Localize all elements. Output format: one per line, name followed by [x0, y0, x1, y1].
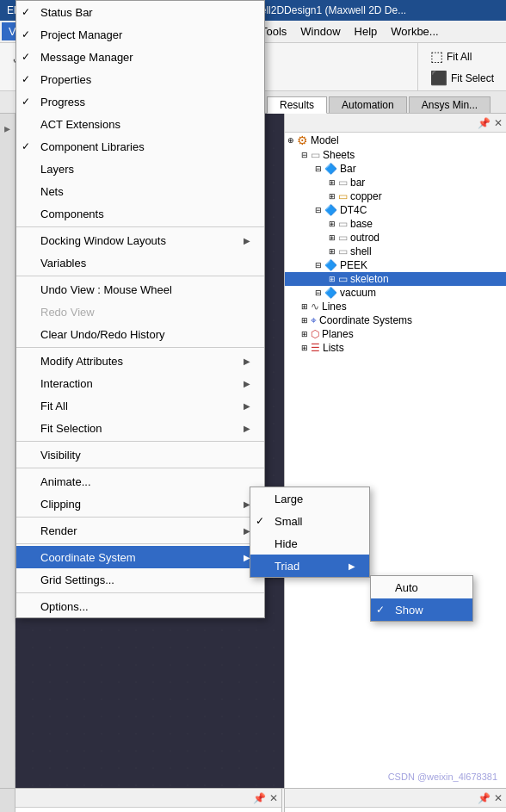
- tree-node-vacuum[interactable]: ⊟ 🔷 vacuum: [285, 286, 506, 300]
- tree-node-sheets[interactable]: ⊟ ▭ Sheets: [285, 148, 506, 162]
- tree-close-button[interactable]: ✕: [494, 117, 503, 129]
- tree-expand-bar[interactable]: ⊟: [312, 163, 324, 175]
- menu-item-properties[interactable]: ✓ Properties: [16, 68, 264, 90]
- menu-item-nets[interactable]: Nets: [16, 180, 264, 202]
- check-message-manager: ✓: [22, 51, 30, 63]
- tree-content: ⊕ ⚙ Model ⊟ ▭ Sheets ⊟ 🔷 Bar: [285, 133, 506, 788]
- tree-node-lines[interactable]: ⊞ ∿ Lines: [285, 300, 506, 313]
- tree-expand-outrod[interactable]: ⊞: [326, 232, 338, 244]
- menu-item-clear-undo[interactable]: Clear Undo/Redo History: [16, 323, 264, 345]
- tree-expand-lists[interactable]: ⊞: [299, 342, 311, 354]
- submenu-small[interactable]: ✓ Small: [250, 510, 369, 532]
- separator-3: [16, 347, 264, 348]
- fit-all-icon: ⬚: [430, 48, 443, 65]
- menu-item-project-manager[interactable]: ✓ Project Manager: [16, 23, 264, 46]
- menu-item-coordinate-system[interactable]: Coordinate System ▶: [16, 546, 264, 568]
- tree-expand-model[interactable]: ⊕: [285, 134, 297, 146]
- arrow-modify-attributes: ▶: [244, 356, 250, 366]
- tree-pin-button[interactable]: 📌: [478, 117, 491, 129]
- bottom-table-pin[interactable]: 📌: [478, 792, 491, 804]
- tree-icon-base: ▭: [338, 218, 348, 230]
- tree-icon-copper: ▭: [338, 190, 348, 202]
- menu-item-clipping[interactable]: Clipping ▶: [16, 493, 264, 515]
- menu-item-component-libraries[interactable]: ✓ Component Libraries: [16, 135, 264, 158]
- tree-node-bar-child[interactable]: ⊞ ▭ bar: [285, 176, 506, 189]
- menu-item-undo-view[interactable]: Undo View : Mouse Wheel: [16, 278, 264, 301]
- menu-item-message-manager[interactable]: ✓ Message Manager: [16, 46, 264, 68]
- tree-label-shell: shell: [350, 245, 372, 257]
- tree-node-dt4c[interactable]: ⊟ 🔷 DT4C: [285, 203, 506, 217]
- view-menu-dropdown: ✓ Status Bar ✓ Project Manager ✓ Message…: [15, 0, 265, 618]
- bottom-table-close[interactable]: ✕: [494, 792, 503, 804]
- tree-label-copper: copper: [350, 190, 382, 202]
- menu-item-render[interactable]: Render ▶: [16, 519, 264, 542]
- menu-item-variables[interactable]: Variables: [16, 251, 264, 274]
- tab-results[interactable]: Results: [267, 96, 327, 114]
- menu-workbe[interactable]: Workbe...: [384, 22, 445, 40]
- tree-node-peek[interactable]: ⊟ 🔷 PEEK: [285, 258, 506, 272]
- tree-expand-base[interactable]: ⊞: [326, 218, 338, 230]
- label-progress: Progress: [40, 96, 85, 108]
- fit-buttons-group: ⬚ Fit All ⬛ Fit Select: [417, 43, 506, 91]
- menu-item-interaction[interactable]: Interaction ▶: [16, 372, 264, 394]
- tree-expand-coordinate-systems[interactable]: ⊞: [299, 314, 311, 326]
- tree-expand-vacuum[interactable]: ⊟: [312, 287, 324, 299]
- menu-item-animate[interactable]: Animate...: [16, 470, 264, 493]
- menu-help[interactable]: Help: [348, 22, 385, 40]
- tree-node-skeleton[interactable]: ⊞ ▭ skeleton: [285, 272, 506, 286]
- label-hide: Hide: [275, 537, 298, 550]
- tree-node-lists[interactable]: ⊞ ☰ Lists: [285, 341, 506, 355]
- tree-node-copper[interactable]: ⊞ ▭ copper: [285, 189, 506, 203]
- label-small: Small: [275, 515, 303, 528]
- separator-1: [16, 226, 264, 227]
- label-animate: Animate...: [40, 475, 91, 488]
- tree-node-coordinate-systems[interactable]: ⊞ ⌖ Coordinate Systems: [285, 313, 506, 327]
- menu-item-fit-all[interactable]: Fit All ▶: [16, 394, 264, 417]
- submenu-hide[interactable]: Hide: [250, 532, 369, 555]
- tree-expand-copper[interactable]: ⊞: [326, 190, 338, 202]
- fit-select-button[interactable]: ⬛ Fit Select: [425, 68, 499, 88]
- tree-node-outrod[interactable]: ⊞ ▭ outrod: [285, 231, 506, 245]
- menu-item-progress[interactable]: ✓ Progress: [16, 90, 264, 113]
- submenu-large[interactable]: Large: [250, 487, 369, 510]
- menu-item-docking-window-layouts[interactable]: Docking Window Layouts ▶: [16, 229, 264, 251]
- submenu-auto[interactable]: Auto: [371, 576, 472, 598]
- arrow-fit-selection: ▶: [244, 424, 250, 433]
- label-act-extensions: ACT Extensions: [40, 118, 120, 131]
- tree-node-model[interactable]: ⊕ ⚙ Model: [285, 133, 506, 148]
- tree-node-bar[interactable]: ⊟ 🔷 Bar: [285, 162, 506, 176]
- menu-item-modify-attributes[interactable]: Modify Attributes ▶: [16, 350, 264, 372]
- tab-automation[interactable]: Automation: [329, 96, 407, 113]
- tree-node-base[interactable]: ⊞ ▭ base: [285, 217, 506, 231]
- menu-item-components[interactable]: Components: [16, 202, 264, 225]
- tree-node-shell[interactable]: ⊞ ▭ shell: [285, 245, 506, 258]
- menu-item-act-extensions[interactable]: ACT Extensions: [16, 113, 264, 135]
- menu-item-status-bar[interactable]: ✓ Status Bar: [16, 1, 264, 23]
- tree-expand-skeleton[interactable]: ⊞: [326, 273, 338, 285]
- menu-window[interactable]: Window: [293, 22, 347, 40]
- menu-item-visibility[interactable]: Visibility: [16, 443, 264, 466]
- menu-item-fit-selection[interactable]: Fit Selection ▶: [16, 417, 264, 439]
- bottom-table-area: 📌 ✕: [284, 789, 506, 812]
- menu-item-layers[interactable]: Layers: [16, 158, 264, 180]
- tree-expand-planes[interactable]: ⊞: [299, 328, 311, 340]
- arrow-triad: ▶: [349, 561, 355, 571]
- fit-all-button[interactable]: ⬚ Fit All: [425, 46, 499, 66]
- tree-expand-bar-child[interactable]: ⊞: [326, 177, 338, 189]
- bottom-pin-icon[interactable]: 📌: [253, 792, 266, 804]
- tree-icon-planes: ⬡: [311, 328, 319, 340]
- label-layers: Layers: [40, 163, 74, 176]
- tree-expand-peek[interactable]: ⊟: [312, 259, 324, 271]
- submenu-show[interactable]: ✓ Show: [371, 598, 472, 621]
- tree-expand-shell[interactable]: ⊞: [326, 245, 338, 257]
- tree-icon-skeleton: ▭: [338, 273, 348, 285]
- bottom-close-icon[interactable]: ✕: [269, 792, 278, 804]
- menu-item-grid-settings[interactable]: Grid Settings...: [16, 568, 264, 591]
- tree-node-planes[interactable]: ⊞ ⬡ Planes: [285, 327, 506, 341]
- tree-expand-dt4c[interactable]: ⊟: [312, 204, 324, 216]
- tree-expand-sheets[interactable]: ⊟: [299, 149, 311, 161]
- submenu-triad[interactable]: Triad ▶: [250, 555, 369, 577]
- tree-expand-lines[interactable]: ⊞: [299, 301, 311, 313]
- tab-ansys[interactable]: Ansys Min...: [409, 96, 491, 113]
- menu-item-options[interactable]: Options...: [16, 595, 264, 617]
